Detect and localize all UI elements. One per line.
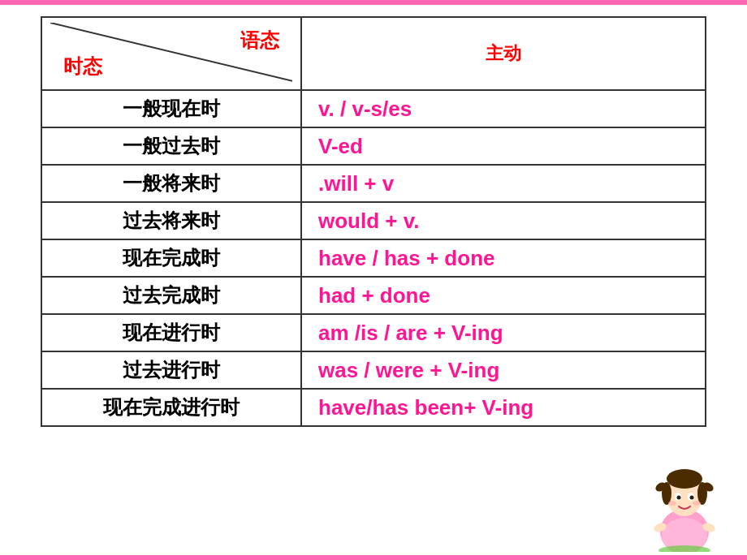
table-row: 一般过去时V-ed <box>41 127 706 165</box>
table-row: 现在完成时have / has + done <box>41 239 706 277</box>
table-row: 过去进行时was / were + V-ing <box>41 351 706 389</box>
table-row: 过去完成时had + done <box>41 277 706 314</box>
active-form-cell: .will + v <box>301 165 706 202</box>
svg-point-13 <box>690 496 694 500</box>
tense-cell: 现在完成时 <box>41 239 301 277</box>
table-row: 现在进行时am /is / are + V-ing <box>41 314 706 351</box>
tense-cell: 现在进行时 <box>41 314 301 351</box>
tense-cell: 现在完成进行时 <box>41 389 301 426</box>
active-form-cell: was / were + V-ing <box>301 351 706 389</box>
tense-cell: 一般将来时 <box>41 165 301 202</box>
top-border <box>0 0 747 5</box>
table-header-row: 语态 时态 主动 <box>41 17 706 90</box>
tense-cell: 一般现在时 <box>41 90 301 127</box>
table-row: 一般现在时v. / v-s/es <box>41 90 706 127</box>
active-label: 主动 <box>486 43 521 63</box>
table-row: 一般将来时.will + v <box>41 165 706 202</box>
cartoon-character <box>648 463 721 552</box>
voice-label: 语态 <box>240 28 279 54</box>
header-cell-left: 语态 时态 <box>41 17 301 90</box>
svg-point-14 <box>668 501 676 506</box>
tense-cell: 过去完成时 <box>41 277 301 314</box>
tense-cell: 过去将来时 <box>41 202 301 239</box>
header-cell-active: 主动 <box>301 17 706 90</box>
active-form-cell: had + done <box>301 277 706 314</box>
active-form-cell: would + v. <box>301 202 706 239</box>
active-form-cell: have/has been+ V-ing <box>301 389 706 426</box>
tense-cell: 一般过去时 <box>41 127 301 165</box>
table-row: 过去将来时would + v. <box>41 202 706 239</box>
svg-point-12 <box>677 496 681 500</box>
active-form-cell: am /is / are + V-ing <box>301 314 706 351</box>
tense-cell: 过去进行时 <box>41 351 301 389</box>
main-container: 语态 时态 主动 一般现在时v. / v-s/es一般过去时V-ed一般将来时.… <box>24 8 723 552</box>
active-form-cell: have / has + done <box>301 239 706 277</box>
tense-label: 时态 <box>63 54 102 80</box>
svg-point-5 <box>667 469 702 489</box>
bottom-border <box>0 555 747 560</box>
grammar-table: 语态 时态 主动 一般现在时v. / v-s/es一般过去时V-ed一般将来时.… <box>41 16 706 427</box>
header-left-inner: 语态 时态 <box>50 23 292 84</box>
table-row: 现在完成进行时have/has been+ V-ing <box>41 389 706 426</box>
active-form-cell: V-ed <box>301 127 706 165</box>
cartoon-svg <box>648 463 721 552</box>
active-form-cell: v. / v-s/es <box>301 90 706 127</box>
svg-point-15 <box>693 501 701 506</box>
